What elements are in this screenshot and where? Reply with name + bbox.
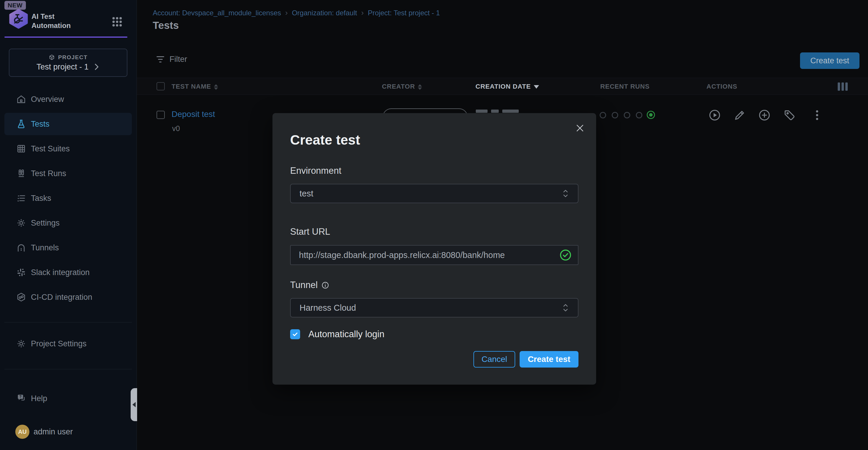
filter-button[interactable]: Filter <box>157 55 187 64</box>
sort-icons <box>214 84 218 90</box>
sidebar-item-cicd-integration[interactable]: CI-CD integration <box>4 286 132 308</box>
more-options-icon[interactable] <box>811 109 824 122</box>
sidebar-item-help[interactable]: ? Help <box>4 387 132 410</box>
new-badge: NEW <box>4 1 26 10</box>
sidebar-item-label: Project Settings <box>31 339 87 348</box>
tunnel-value: Harness Cloud <box>300 303 562 313</box>
chevron-right-icon <box>93 63 100 71</box>
user-menu[interactable]: AU admin user <box>15 425 73 439</box>
edit-test-icon[interactable] <box>733 109 746 122</box>
run-test-icon[interactable] <box>708 109 721 122</box>
column-header-creation-date[interactable]: CREATION DATE <box>475 83 539 90</box>
slack-icon <box>16 268 26 277</box>
close-icon[interactable] <box>575 123 585 133</box>
sidebar-item-label: Test Runs <box>31 169 66 178</box>
breadcrumb: Account: Devspace_all_module_licenses › … <box>153 8 440 18</box>
creation-date-clipped-text <box>476 110 488 113</box>
sidebar-item-label: Settings <box>31 219 60 228</box>
tunnel-icon <box>16 243 26 253</box>
auto-login-checkbox[interactable] <box>290 329 300 339</box>
start-url-field <box>290 245 579 265</box>
breadcrumb-project-link[interactable]: Project: Test project - 1 <box>368 9 440 17</box>
sidebar-divider <box>4 322 132 322</box>
sidebar: NEW AI Test Automation <box>0 0 137 450</box>
sort-icons <box>418 84 422 90</box>
sidebar-divider <box>4 369 132 369</box>
breadcrumb-account-link[interactable]: Account: Devspace_all_module_licenses <box>153 9 281 17</box>
sidebar-item-overview[interactable]: Overview <box>4 88 132 110</box>
select-chevrons-icon <box>562 188 569 199</box>
sidebar-item-project-settings[interactable]: Project Settings <box>4 333 132 355</box>
environment-label: Environment <box>290 166 341 176</box>
recent-run-dot[interactable] <box>612 112 618 118</box>
sidebar-collapse-handle[interactable] <box>131 388 137 421</box>
recent-run-dot[interactable] <box>624 112 630 118</box>
table-header: TEST NAME CREATOR CREATION DATE RECENT R… <box>137 78 868 95</box>
sidebar-item-tasks[interactable]: Tasks <box>4 187 132 209</box>
filter-label: Filter <box>169 55 187 64</box>
select-all-checkbox[interactable] <box>157 82 165 90</box>
test-name-link[interactable]: Deposit test <box>172 110 215 119</box>
url-valid-check-icon <box>559 249 572 261</box>
sidebar-item-slack-integration[interactable]: Slack integration <box>4 261 132 284</box>
sidebar-item-settings[interactable]: Settings <box>4 212 132 234</box>
flask-icon <box>16 119 26 129</box>
svg-text:?: ? <box>20 394 22 399</box>
sidebar-item-tunnels[interactable]: Tunnels <box>4 236 132 259</box>
modal-title: Create test <box>290 132 360 148</box>
cancel-button[interactable]: Cancel <box>473 351 515 368</box>
sidebar-item-label: Slack integration <box>31 268 90 277</box>
tunnel-select[interactable]: Harness Cloud <box>290 298 579 317</box>
sidebar-item-label: Tunnels <box>31 243 59 252</box>
auto-login-label: Automatically login <box>308 329 384 340</box>
sidebar-item-label: Test Suites <box>31 144 70 153</box>
row-checkbox[interactable] <box>157 111 165 119</box>
modal-create-test-button[interactable]: Create test <box>520 351 579 368</box>
project-selector[interactable]: PROJECT Test project - 1 <box>9 49 127 77</box>
gear-icon <box>16 339 26 349</box>
cube-icon <box>49 54 55 61</box>
recent-run-dot-passed[interactable] <box>647 111 655 119</box>
recent-run-dot[interactable] <box>636 112 642 118</box>
collapse-left-icon <box>132 402 136 407</box>
filter-icon <box>157 56 164 62</box>
app-switcher-icon[interactable] <box>111 16 123 28</box>
recent-run-dot[interactable] <box>600 112 606 118</box>
tag-icon[interactable] <box>783 109 796 122</box>
column-header-test-name[interactable]: TEST NAME <box>172 83 218 90</box>
help-chat-icon: ? <box>16 393 26 403</box>
project-label: PROJECT <box>58 54 87 61</box>
cicd-icon <box>16 292 26 302</box>
environment-select[interactable]: test <box>290 184 579 203</box>
sidebar-item-label: CI-CD integration <box>31 293 92 302</box>
app-logo-icon <box>9 9 28 29</box>
grid-table-icon <box>16 144 26 154</box>
add-icon[interactable] <box>758 109 771 122</box>
sidebar-item-label: Overview <box>31 95 64 104</box>
info-icon[interactable] <box>321 281 329 289</box>
breadcrumb-org-link[interactable]: Organization: default <box>292 9 357 17</box>
select-chevrons-icon <box>562 302 569 314</box>
sidebar-item-label: Help <box>31 394 48 403</box>
sidebar-item-label: Tests <box>31 119 50 129</box>
sort-desc-icon <box>534 85 539 89</box>
gear-icon <box>16 218 26 228</box>
page-title: Tests <box>153 20 179 31</box>
column-header-recent-runs: RECENT RUNS <box>600 83 650 90</box>
auto-login-option[interactable]: Automatically login <box>290 329 384 340</box>
test-runs-icon <box>16 168 26 178</box>
start-url-label: Start URL <box>290 226 330 237</box>
column-header-creator[interactable]: CREATOR <box>382 83 422 90</box>
test-version: v0 <box>172 124 180 133</box>
create-test-modal: Create test Environment test Start URL T… <box>273 113 596 385</box>
creation-date-clipped-text <box>491 110 499 113</box>
breadcrumb-separator: › <box>281 8 292 18</box>
sidebar-item-test-suites[interactable]: Test Suites <box>4 138 132 160</box>
sidebar-item-test-runs[interactable]: Test Runs <box>4 162 132 185</box>
sidebar-item-tests[interactable]: Tests <box>4 113 132 135</box>
create-test-button[interactable]: Create test <box>800 52 860 69</box>
column-settings-icon[interactable] <box>838 82 848 91</box>
start-url-input[interactable] <box>299 250 559 260</box>
breadcrumb-separator: › <box>357 8 368 18</box>
project-name: Test project - 1 <box>36 62 89 72</box>
